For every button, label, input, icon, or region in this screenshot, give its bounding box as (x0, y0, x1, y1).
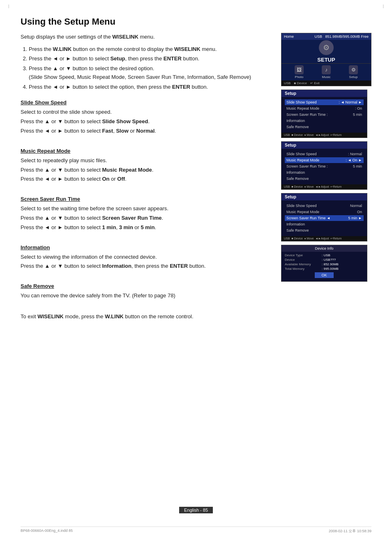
setup-row-safe-remove-2: Safe Remove (285, 176, 364, 182)
section-safe-remove: Safe Remove You can remove the device sa… (21, 283, 269, 300)
available-memory-val: : 852.90MB (322, 262, 339, 266)
left-column: Setup displays the user settings of the … (21, 33, 269, 499)
setup-row-screen-saver-1: Screen Saver Run Time : 5 min (285, 112, 364, 117)
screen-saver-label-1: Screen Saver Run Time : (286, 113, 353, 117)
photo-icon: 🖼 (295, 65, 304, 74)
device-key: Device (285, 258, 322, 262)
screen-saver-value-1: 5 min (353, 113, 362, 117)
music-label: Music (322, 75, 331, 79)
music-repeat-value-2: : ◄ On ► (346, 158, 362, 162)
information-body: Select to viewing the information of the… (21, 253, 269, 271)
setup-row-screen-saver-2: Screen Saver Run Time : 5 min (285, 163, 364, 169)
setup-row-information-2: Information (285, 170, 364, 175)
setup-panel-2-header: Setup (281, 142, 367, 149)
setup-panel-2: Setup Slide Show Speed : Normal Music Re… (281, 141, 367, 190)
screen-saver-run-time-line-1: Select to set the waiting time before th… (21, 205, 269, 213)
slide-show-speed-label-1: Slide Show Speed (286, 100, 339, 104)
section-information: Information Select to viewing the inform… (21, 244, 269, 271)
page: | | Using the Setup Menu Setup displays … (0, 0, 392, 538)
right-column: Home USB 851.98MB/995.00MB Free ⚙ SETUP … (281, 33, 371, 499)
music-repeat-label-3: Music Repeat Mode (286, 210, 357, 214)
setup-label: Setup (349, 75, 358, 79)
page-number-badge: English - 85 (179, 507, 213, 513)
home-label: Home (284, 34, 294, 39)
total-memory-row: Total Memory : 995.00MB (285, 267, 364, 271)
music-repeat-value-1: : On (355, 106, 362, 110)
doc-footer-right: 2008-02-11 오후 10:58:39 (329, 529, 371, 534)
safe-remove-label-1: Safe Remove (286, 125, 362, 129)
screen-saver-run-time-line-3: Press the ◄ or ► button to select 1 min,… (21, 223, 269, 232)
home-icon-setup: ⚙ Setup (349, 65, 358, 79)
home-panel: Home USB 851.98MB/995.00MB Free ⚙ SETUP … (281, 33, 371, 86)
step-1: Press the W.LINK button on the remote co… (29, 45, 269, 54)
device-info-body: Device Type : USB Device : USB??? Availa… (281, 252, 367, 281)
setup-row-screen-saver-3: Screen Saver Run Time ◄ 5 min ► (285, 215, 364, 221)
screen-saver-label-3: Screen Saver Run Time ◄ (286, 216, 348, 220)
home-icons-row: 🖼 Photo ♪ Music ⚙ Setup (281, 63, 371, 80)
screen-saver-run-time-body: Select to set the waiting time before th… (21, 205, 269, 232)
device-info-panel: Device Info Device Type : USB Device : U… (281, 245, 367, 282)
screen-saver-value-3: 5 min ► (348, 216, 362, 220)
music-repeat-label-2: Music Repeat Mode (286, 158, 346, 162)
intro-description: Setup displays the user settings of the … (21, 33, 269, 41)
setup-panel-3: Setup Slide Show Speed Normal Music Repe… (281, 193, 367, 241)
device-val: : USB??? (322, 258, 336, 262)
device-info-header: Device Info (281, 245, 367, 252)
screen-saver-run-time-line-2: Press the ▲ or ▼ button to select Screen… (21, 214, 269, 223)
page-footer: English - 85 (21, 499, 371, 513)
photo-label: Photo (295, 75, 304, 79)
ok-button[interactable]: OK (315, 272, 333, 278)
music-repeat-mode-line-3: Press the ◄ or ► button to select On or … (21, 175, 269, 184)
music-repeat-mode-body: Select to repeatedly play music files. P… (21, 156, 269, 184)
music-repeat-mode-title: Music Repeat Mode (21, 148, 269, 154)
home-panel-top: Home USB 851.98MB/995.00MB Free (281, 33, 371, 40)
setup-row-slide-show-speed-3: Slide Show Speed Normal (285, 203, 364, 209)
setup-row-information-1: Information (285, 118, 364, 124)
setup-panel-1-footer: USB ■ Device ♦ Move ◄►Adjust ↩Return (281, 133, 367, 138)
step-4: Press the ◄ or ► button to select the op… (29, 83, 269, 92)
closing-section: To exit WISELINK mode, press the W.LINK … (21, 313, 269, 321)
information-title: Information (21, 244, 269, 251)
slide-show-speed-value-3: Normal (350, 204, 362, 208)
step-2: Press the ◄ or ► button to select Setup,… (29, 55, 269, 63)
setup-panel-1-header: Setup (281, 90, 367, 97)
information-line-1: Select to viewing the information of the… (21, 253, 269, 262)
step-3: Press the ▲ or ▼ button to select the de… (29, 64, 269, 82)
content-area: Setup displays the user settings of the … (21, 33, 371, 499)
section-music-repeat-mode: Music Repeat Mode Select to repeatedly p… (21, 148, 269, 184)
slide-show-speed-value-2: : Normal (348, 152, 362, 156)
setup-row-safe-remove-3: Safe Remove (285, 228, 364, 233)
setup-panel-3-body: Slide Show Speed Normal Music Repeat Mod… (281, 200, 367, 236)
music-icon: ♪ (322, 65, 331, 74)
total-memory-val: : 995.00MB (322, 267, 339, 271)
information-line-2: Press the ▲ or ▼ button to select Inform… (21, 262, 269, 271)
setup-row-music-repeat-3: Music Repeat Mode On (285, 209, 364, 215)
page-title: Using the Setup Menu (21, 16, 371, 27)
screen-saver-run-time-title: Screen Saver Run Time (21, 196, 269, 202)
footer-exit: ↵ Exit (310, 81, 320, 85)
slide-show-speed-line-2: Press the ▲ or ▼ button to select Slide … (21, 117, 269, 126)
setup-panel-1: Setup Slide Show Speed : ◄ Normal ► Musi… (281, 90, 367, 138)
corner-mark-left: | (8, 4, 9, 8)
slide-show-speed-title: Slide Show Speed (21, 99, 269, 106)
step-list: Press the W.LINK button on the remote co… (29, 45, 269, 92)
doc-footer: BP68-00660A-00Eng_4.indd 85 2008-02-11 오… (21, 527, 371, 534)
device-type-val: : USB (322, 253, 330, 257)
slide-show-speed-line-3: Press the ◄ or ► button to select Fast, … (21, 127, 269, 136)
footer-device: ■ Device (294, 81, 307, 85)
corner-mark-right: | (383, 4, 384, 8)
slide-show-speed-label-3: Slide Show Speed (286, 204, 350, 208)
closing-paragraph: To exit WISELINK mode, press the W.LINK … (21, 313, 269, 321)
setup-gear-icon: ⚙ (319, 40, 334, 55)
setup-panel-1-body: Slide Show Speed : ◄ Normal ► Music Repe… (281, 97, 367, 133)
setup-icon: ⚙ (349, 65, 358, 74)
music-repeat-value-3: On (357, 210, 362, 214)
device-type-row: Device Type : USB (285, 253, 364, 257)
total-memory-key: Total Memory (285, 267, 322, 271)
slide-show-speed-label-2: Slide Show Speed (286, 152, 348, 156)
safe-remove-label-2: Safe Remove (286, 177, 362, 181)
setup-row-music-repeat-2: Music Repeat Mode : ◄ On ► (285, 157, 364, 163)
music-repeat-mode-line-1: Select to repeatedly play music files. (21, 156, 269, 165)
information-label-3: Information (286, 222, 362, 226)
available-memory-key: Available Memory (285, 262, 322, 266)
